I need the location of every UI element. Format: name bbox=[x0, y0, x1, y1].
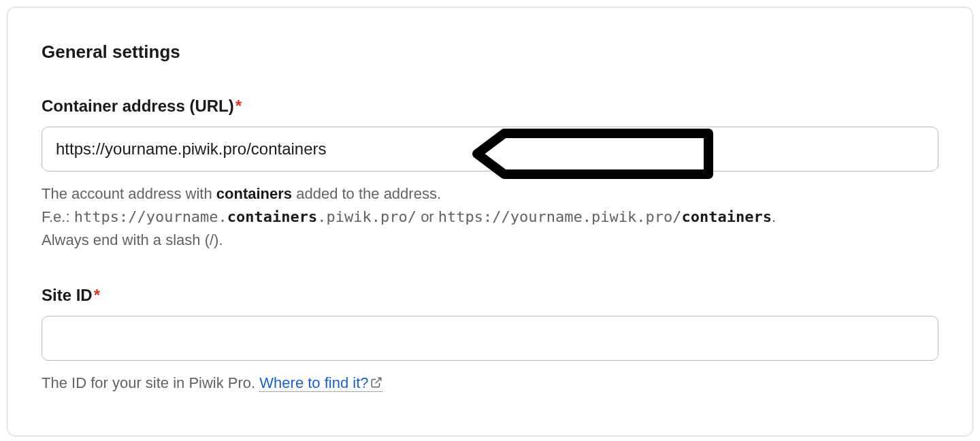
container-url-label: Container address (URL)* bbox=[42, 97, 938, 116]
help-link-text: Where to find it? bbox=[259, 374, 368, 391]
help-text-segment: or bbox=[416, 208, 438, 225]
general-settings-panel: General settings Container address (URL)… bbox=[7, 7, 973, 436]
external-link-icon bbox=[370, 376, 382, 389]
site-id-label-text: Site ID bbox=[42, 286, 93, 304]
help-text-segment: . bbox=[772, 208, 776, 225]
help-text-segment: added to the address. bbox=[292, 185, 441, 202]
help-mono-bold: containers bbox=[227, 208, 317, 225]
required-indicator: * bbox=[235, 97, 242, 115]
help-text-segment: Always end with a slash (/). bbox=[42, 231, 223, 248]
svg-line-0 bbox=[375, 378, 380, 384]
where-to-find-link[interactable]: Where to find it? bbox=[259, 374, 382, 392]
container-url-label-text: Container address (URL) bbox=[42, 97, 234, 115]
site-id-input[interactable] bbox=[42, 316, 938, 361]
help-text-segment: The ID for your site in Piwik Pro. bbox=[42, 374, 259, 391]
site-id-label: Site ID* bbox=[42, 286, 938, 305]
help-mono-segment: https://yourname.piwik.pro/ bbox=[438, 208, 682, 225]
site-id-field-group: Site ID* The ID for your site in Piwik P… bbox=[42, 286, 938, 395]
help-text-bold: containers bbox=[216, 185, 292, 202]
help-mono-bold: containers bbox=[681, 208, 771, 225]
site-id-help: The ID for your site in Piwik Pro. Where… bbox=[42, 372, 938, 395]
required-indicator: * bbox=[94, 286, 100, 304]
container-url-input[interactable] bbox=[42, 127, 938, 172]
container-url-field-group: Container address (URL)* The account add… bbox=[42, 97, 938, 252]
help-mono-segment: .piwik.pro/ bbox=[317, 208, 416, 225]
help-mono-segment: https://yourname. bbox=[74, 208, 227, 225]
help-text-segment: F.e.: bbox=[42, 208, 74, 225]
container-url-help: The account address with containers adde… bbox=[42, 182, 938, 252]
help-text-segment: The account address with bbox=[42, 185, 216, 202]
section-title: General settings bbox=[42, 42, 938, 63]
container-url-input-wrapper bbox=[42, 127, 938, 172]
